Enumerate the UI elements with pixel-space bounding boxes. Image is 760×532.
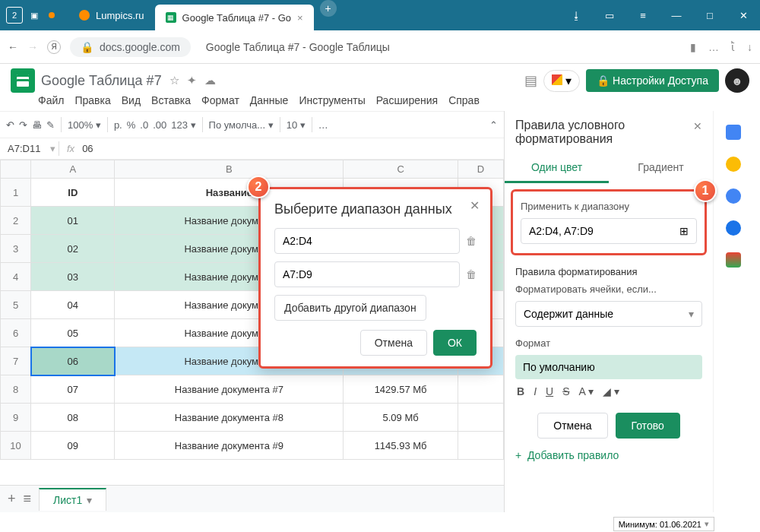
font-select[interactable]: По умолча... ▾ <box>209 119 274 131</box>
workspace-icon[interactable]: ▣ <box>26 7 43 24</box>
menu-правка[interactable]: Правка <box>74 94 110 106</box>
more-tools-icon[interactable]: … <box>318 119 328 131</box>
close-tab-icon[interactable]: × <box>297 12 303 24</box>
comments-icon[interactable]: ▤ <box>524 72 537 89</box>
browser-tab-lumpics[interactable]: Lumpics.ru <box>68 0 155 30</box>
collapse-toolbar-icon[interactable]: ⌃ <box>489 119 498 131</box>
browser-tab-sheets[interactable]: ▦ Google Таблица #7 - Go × <box>155 5 314 30</box>
close-button[interactable]: ✕ <box>727 0 760 30</box>
new-tab-button[interactable]: + <box>320 0 337 17</box>
menu-инструменты[interactable]: Инструменты <box>299 94 365 106</box>
dialog-ok-button[interactable]: ОК <box>433 330 477 356</box>
url-box[interactable]: 🔒 docs.google.com <box>70 37 191 57</box>
back-button[interactable]: ← <box>8 41 18 53</box>
col-header-C[interactable]: C <box>344 160 458 179</box>
maps-icon[interactable] <box>726 252 741 268</box>
fill-color-button[interactable]: ◢ ▾ <box>603 385 619 397</box>
sheets-logo-icon[interactable] <box>11 68 35 93</box>
star-icon[interactable]: ☆ <box>169 74 179 87</box>
reload-icon[interactable]: Я <box>47 40 61 54</box>
menu-вставка[interactable]: Вставка <box>151 94 191 106</box>
undo-button[interactable]: ↶ <box>6 119 14 131</box>
dec-increase-button[interactable]: .00 <box>153 119 166 131</box>
keep-icon[interactable] <box>726 157 741 172</box>
cell[interactable]: 01 <box>31 207 115 235</box>
menu-формат[interactable]: Формат <box>201 94 239 106</box>
panel-cancel-button[interactable]: Отмена <box>537 413 607 439</box>
cell[interactable] <box>458 375 503 404</box>
row-header[interactable]: 1 <box>1 179 31 207</box>
account-avatar[interactable]: ☻ <box>725 68 749 93</box>
number-format-button[interactable]: 123 ▾ <box>171 119 195 131</box>
cell[interactable]: ID <box>31 179 115 207</box>
cell[interactable]: 02 <box>31 235 115 263</box>
cell[interactable]: 1145.93 Мб <box>344 432 458 460</box>
tab-single-color[interactable]: Один цвет <box>505 154 609 183</box>
paint-format-button[interactable]: ✎ <box>46 119 55 131</box>
forward-button[interactable]: → <box>27 41 38 53</box>
cell[interactable] <box>458 432 503 460</box>
tasks-icon[interactable] <box>726 188 741 204</box>
add-range-button[interactable]: Добавить другой диапазон <box>274 295 426 321</box>
row-header[interactable]: 2 <box>1 207 31 235</box>
name-box[interactable]: A7:D11▾ <box>5 141 59 156</box>
panel-done-button[interactable]: Готово <box>616 413 680 439</box>
row-header[interactable]: 9 <box>1 404 31 432</box>
cell[interactable]: 04 <box>31 291 115 319</box>
currency-button[interactable]: p. <box>114 119 122 131</box>
tab-gradient[interactable]: Градиент <box>609 154 713 183</box>
add-sheet-button[interactable]: + <box>8 491 16 507</box>
cell[interactable]: 08 <box>31 404 115 432</box>
sheet-tab[interactable]: Лист1▾ <box>39 488 106 511</box>
bold-button[interactable]: B <box>517 385 524 397</box>
more-icon[interactable]: … <box>708 41 719 53</box>
trash-icon[interactable]: 🗑 <box>466 268 477 280</box>
cell[interactable]: 5.09 Мб <box>344 404 458 432</box>
minimize-button[interactable]: — <box>660 0 693 30</box>
cell[interactable]: 07 <box>31 375 115 404</box>
cell[interactable] <box>458 404 503 432</box>
add-rule-button[interactable]: + Добавить правило <box>515 449 702 461</box>
dec-decrease-button[interactable]: .0 <box>140 119 148 131</box>
grid-picker-icon[interactable]: ⊞ <box>679 225 689 237</box>
redo-button[interactable]: ↷ <box>19 119 27 131</box>
bookmark-icon[interactable]: ▮ <box>690 41 696 53</box>
apply-range-input[interactable]: A2:D4, A7:D9 ⊞ <box>521 218 697 244</box>
italic-button[interactable]: I <box>534 385 537 397</box>
underline-button[interactable]: U <box>546 385 553 397</box>
menu-справ[interactable]: Справ <box>448 94 480 106</box>
row-header[interactable]: 5 <box>1 291 31 319</box>
dialog-cancel-button[interactable]: Отмена <box>360 330 427 356</box>
row-header[interactable]: 8 <box>1 375 31 404</box>
cell[interactable]: 05 <box>31 319 115 347</box>
formula-bar[interactable]: 06 <box>82 143 93 154</box>
download-icon[interactable]: ⭳ <box>559 0 593 30</box>
home-icon[interactable]: 2 <box>6 7 23 24</box>
meet-icon[interactable]: ▾ <box>543 70 580 92</box>
row-header[interactable]: 10 <box>1 432 31 460</box>
move-icon[interactable]: ✦ <box>187 74 197 87</box>
status-bar[interactable]: Минимум: 01.06.2021▾ <box>613 517 714 531</box>
text-color-button[interactable]: A ▾ <box>578 385 593 397</box>
close-dialog-icon[interactable]: ✕ <box>470 198 480 213</box>
panel-icon[interactable]: ▭ <box>593 0 626 30</box>
menu-icon[interactable]: ≡ <box>626 0 660 30</box>
font-size-select[interactable]: 10 ▾ <box>287 119 306 131</box>
downloads-icon[interactable]: ↓ <box>747 41 752 53</box>
all-sheets-button[interactable]: ≡ <box>24 491 32 507</box>
extensions-icon[interactable]: ῒ <box>731 41 735 53</box>
cell[interactable]: Название документа #7 <box>115 375 344 404</box>
maximize-button[interactable]: □ <box>693 0 727 30</box>
col-header-B[interactable]: B <box>115 160 344 179</box>
cloud-icon[interactable]: ☁ <box>204 74 216 87</box>
print-button[interactable]: 🖶 <box>32 119 42 131</box>
condition-select[interactable]: Содержит данные▾ <box>515 301 702 327</box>
menu-расширения[interactable]: Расширения <box>376 94 438 106</box>
close-panel-icon[interactable]: ✕ <box>693 120 702 132</box>
row-header[interactable]: 3 <box>1 235 31 263</box>
percent-button[interactable]: % <box>127 119 136 131</box>
menu-вид[interactable]: Вид <box>122 94 141 106</box>
menu-файл[interactable]: Файл <box>38 94 64 106</box>
trash-icon[interactable]: 🗑 <box>466 235 477 247</box>
share-button[interactable]: 🔒 Настройки Доступа <box>586 69 719 92</box>
